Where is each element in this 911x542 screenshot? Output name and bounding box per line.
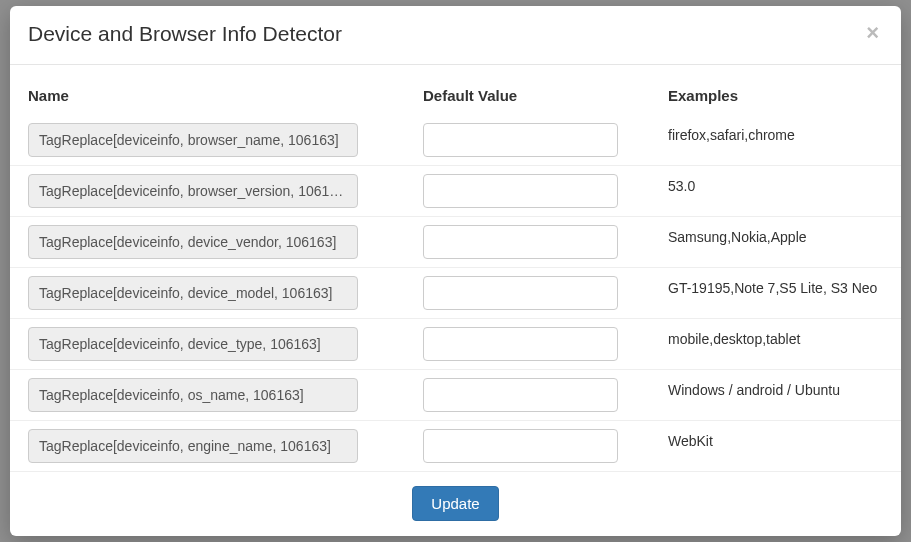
default-cell <box>423 174 668 208</box>
examples-text: Windows / android / Ubuntu <box>668 382 883 408</box>
rows-container: firefox,safari,chrome 53.0 Samsung,Nokia… <box>10 114 901 471</box>
name-cell <box>28 276 423 310</box>
name-cell <box>28 429 423 463</box>
examples-text: mobile,desktop,tablet <box>668 331 883 357</box>
modal-title: Device and Browser Info Detector <box>28 22 342 46</box>
modal-header: Device and Browser Info Detector × <box>10 6 901 65</box>
examples-text: GT-19195,Note 7,S5 Lite, S3 Neo <box>668 280 883 306</box>
default-value-input[interactable] <box>423 276 618 310</box>
header-examples: Examples <box>668 87 883 104</box>
table-row: WebKit <box>10 420 901 471</box>
name-cell <box>28 378 423 412</box>
close-icon[interactable]: × <box>862 22 883 44</box>
default-value-input[interactable] <box>423 378 618 412</box>
tag-name-field[interactable] <box>28 276 358 310</box>
default-cell <box>423 429 668 463</box>
tag-name-field[interactable] <box>28 174 358 208</box>
default-cell <box>423 327 668 361</box>
tag-name-field[interactable] <box>28 225 358 259</box>
tag-name-field[interactable] <box>28 429 358 463</box>
table-row: firefox,safari,chrome <box>10 114 901 165</box>
name-cell <box>28 327 423 361</box>
header-name: Name <box>28 87 423 104</box>
examples-text: 53.0 <box>668 178 883 204</box>
update-button[interactable]: Update <box>412 486 498 521</box>
examples-text: firefox,safari,chrome <box>668 127 883 153</box>
column-headers: Name Default Value Examples <box>10 65 901 114</box>
default-value-input[interactable] <box>423 327 618 361</box>
table-row: Samsung,Nokia,Apple <box>10 216 901 267</box>
default-cell <box>423 225 668 259</box>
default-cell <box>423 123 668 157</box>
tag-name-field[interactable] <box>28 327 358 361</box>
header-default: Default Value <box>423 87 668 104</box>
table-row: GT-19195,Note 7,S5 Lite, S3 Neo <box>10 267 901 318</box>
default-value-input[interactable] <box>423 174 618 208</box>
tag-name-field[interactable] <box>28 123 358 157</box>
default-value-input[interactable] <box>423 123 618 157</box>
examples-text: Samsung,Nokia,Apple <box>668 229 883 255</box>
default-value-input[interactable] <box>423 225 618 259</box>
examples-text: WebKit <box>668 433 883 459</box>
tag-name-field[interactable] <box>28 378 358 412</box>
device-browser-info-modal: Device and Browser Info Detector × Name … <box>10 6 901 536</box>
table-row: 53.0 <box>10 165 901 216</box>
table-row: Windows / android / Ubuntu <box>10 369 901 420</box>
modal-footer: Update <box>10 471 901 536</box>
default-cell <box>423 378 668 412</box>
table-row: mobile,desktop,tablet <box>10 318 901 369</box>
default-cell <box>423 276 668 310</box>
name-cell <box>28 123 423 157</box>
name-cell <box>28 225 423 259</box>
name-cell <box>28 174 423 208</box>
default-value-input[interactable] <box>423 429 618 463</box>
